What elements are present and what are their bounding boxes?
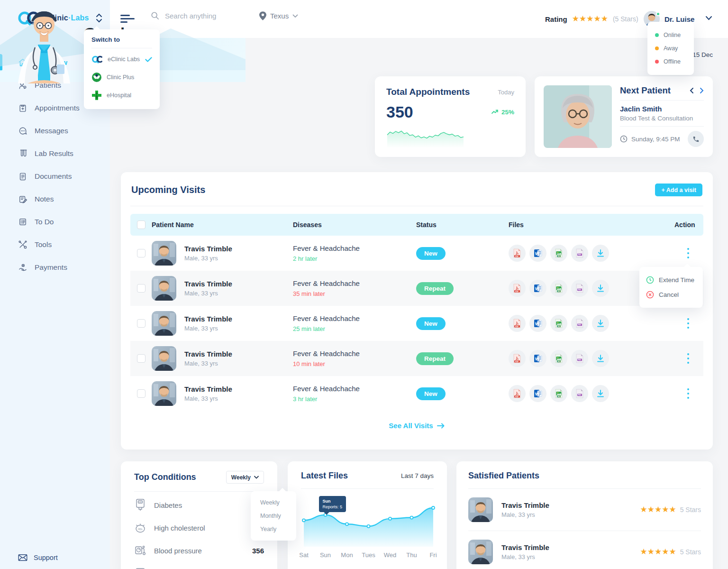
x-axis-label: Fri	[429, 551, 437, 559]
pdf-file-button[interactable]: PDF	[509, 350, 526, 367]
switch-option-eclinic-labs[interactable]: eClinic Labs	[91, 50, 152, 68]
location-selector[interactable]: Texus	[259, 11, 298, 20]
row-checkbox[interactable]	[137, 319, 146, 328]
condition-row-diabetes: 5.8 Diabetes	[134, 494, 264, 516]
trending-up-icon	[491, 110, 499, 115]
pdf-file-button[interactable]: PDF	[509, 315, 526, 332]
pdf-file-button[interactable]: PDF	[509, 280, 526, 297]
filter-option-weekly[interactable]: Weekly	[260, 496, 296, 509]
condition-label: Blood pressure	[154, 547, 202, 555]
row-checkbox[interactable]	[137, 284, 146, 293]
row-checkbox[interactable]	[137, 354, 146, 363]
sidebar-item-notes[interactable]: Notes	[0, 188, 110, 211]
sidebar-item-lab-results[interactable]: Lab Results	[0, 142, 110, 165]
download-file-button[interactable]	[592, 385, 609, 402]
sidebar-item-to-do[interactable]: To Do	[0, 211, 110, 233]
jpg-file-button[interactable]: JPG	[550, 315, 567, 332]
svg-text:PNG: PNG	[578, 254, 581, 256]
pdf-file-icon: PDF	[513, 389, 521, 398]
condition-row-cut-off	[134, 562, 264, 569]
sidebar-item-label: Appointments	[35, 104, 80, 112]
download-file-button[interactable]	[592, 350, 609, 367]
jpg-file-button[interactable]: JPG	[550, 350, 567, 367]
pdf-file-icon: PDF	[513, 248, 521, 258]
pdf-file-button[interactable]: PDF	[509, 385, 526, 402]
visit-time: 25 min later	[293, 325, 416, 332]
select-all-checkbox[interactable]	[137, 220, 146, 229]
see-all-visits-link[interactable]: See All Visits	[130, 422, 703, 430]
payments-icon	[18, 263, 27, 272]
jpg-file-button[interactable]: JPG	[550, 280, 567, 297]
sidebar-item-payments[interactable]: Payments	[0, 256, 110, 279]
user-menu-chevron-icon[interactable]	[705, 16, 712, 20]
jpg-file-icon: JPG	[555, 284, 563, 293]
sidebar-item-documents[interactable]: Documents	[0, 165, 110, 188]
doc-file-button[interactable]: W	[529, 245, 546, 262]
disease-name: Fever & Headchache	[293, 385, 416, 393]
disease-name: Fever & Headchache	[293, 314, 416, 322]
svg-text:W: W	[535, 357, 539, 361]
row-actions-button[interactable]	[687, 318, 703, 329]
status-option-offline[interactable]: Offline	[655, 55, 686, 68]
appointments-count: 350	[386, 103, 413, 121]
png-file-button[interactable]: PNG	[571, 280, 588, 297]
patient-rating: ★★★★★ 5 Stars	[640, 548, 701, 556]
switch-option-clinic-plus[interactable]: Clinic Plus	[91, 68, 152, 86]
patient-meta: Male, 33 yrs	[184, 290, 232, 297]
png-file-button[interactable]: PNG	[571, 245, 588, 262]
call-button[interactable]	[688, 131, 704, 147]
status-option-away[interactable]: Away	[655, 42, 686, 55]
download-file-button[interactable]	[592, 315, 609, 332]
star-icon: ★	[669, 547, 676, 556]
download-file-button[interactable]	[592, 280, 609, 297]
conditions-filter-button[interactable]: Weekly	[226, 471, 264, 484]
filter-option-monthly[interactable]: Monthly	[260, 509, 296, 523]
jpg-file-button[interactable]: JPG	[550, 385, 567, 402]
option-label: Clinic Plus	[107, 74, 134, 81]
extend-time-option[interactable]: Extend Time	[646, 273, 696, 287]
sidebar-item-tools[interactable]: Tools	[0, 233, 110, 256]
see-all-label: See All Visits	[389, 422, 433, 430]
row-actions-button[interactable]	[687, 388, 703, 399]
card-title: Latest Files	[301, 471, 348, 481]
condition-label: High cholesterol	[154, 524, 205, 532]
jpg-file-icon: JPG	[555, 319, 563, 328]
pdf-file-button[interactable]: PDF	[509, 245, 526, 262]
doc-file-button[interactable]: W	[529, 385, 546, 402]
doc-file-button[interactable]: W	[529, 350, 546, 367]
option-label: eHospital	[107, 92, 131, 99]
download-file-button[interactable]	[592, 245, 609, 262]
switch-option-ehospital[interactable]: eHospital	[91, 86, 152, 104]
next-patient-icon[interactable]	[700, 87, 704, 94]
jpg-file-button[interactable]: JPG	[550, 245, 567, 262]
doctor-rating: Rating ★★★★★ (5 Stars)	[545, 0, 638, 38]
next-patient-card: Next Patient Jaclin Smith Blood Test & C…	[535, 76, 713, 157]
row-actions-button[interactable]	[687, 248, 703, 258]
cancel-option[interactable]: Cancel	[646, 287, 696, 302]
avatar	[152, 241, 176, 266]
download-icon	[596, 249, 605, 257]
png-file-button[interactable]: PNG	[571, 385, 588, 402]
online-dot-icon	[655, 33, 659, 37]
row-checkbox[interactable]	[137, 389, 146, 398]
avatar	[468, 497, 493, 522]
png-file-button[interactable]: PNG	[571, 315, 588, 332]
add-visit-button[interactable]: + Add a visit	[655, 184, 702, 196]
filter-option-yearly[interactable]: Yearly	[260, 523, 296, 536]
tooltip-value: Reports: 5	[323, 505, 343, 509]
disease-name: Fever & Headchache	[293, 349, 416, 358]
png-file-button[interactable]: PNG	[571, 350, 588, 367]
sidebar-item-support[interactable]: Support	[18, 554, 58, 561]
sidebar-item-messages[interactable]: Messages	[0, 119, 110, 142]
star-icon: ★	[662, 547, 669, 556]
status-option-online[interactable]: Online	[655, 28, 686, 42]
doc-file-button[interactable]: W	[529, 315, 546, 332]
x-axis-label: Wed	[384, 551, 397, 559]
status-popup: Online Away Offline	[647, 22, 694, 75]
doc-file-button[interactable]: W	[529, 280, 546, 297]
row-actions-button[interactable]	[687, 353, 703, 364]
prev-patient-icon[interactable]	[690, 87, 694, 94]
x-axis-label: Mon	[341, 551, 353, 559]
status-label: Away	[664, 45, 678, 52]
row-checkbox[interactable]	[137, 249, 146, 257]
